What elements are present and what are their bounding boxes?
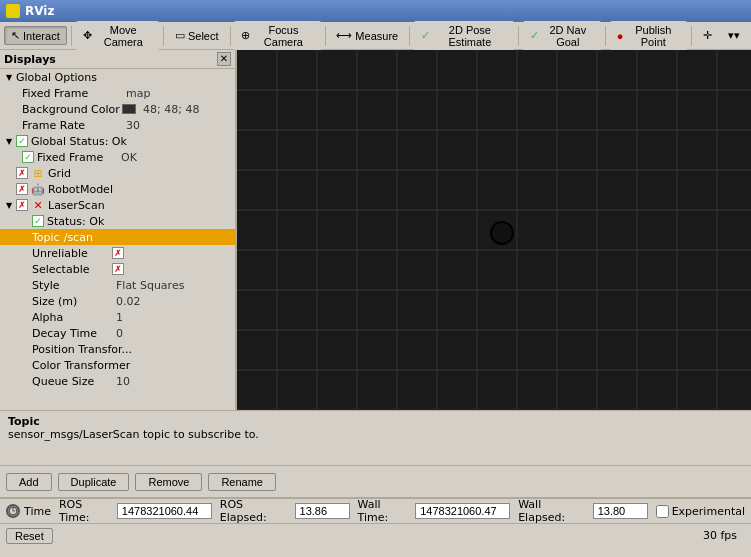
interact-button[interactable]: ↖ Interact xyxy=(4,26,67,45)
ros-time-section: ROS Time: xyxy=(59,498,212,524)
move-icon: ✥ xyxy=(83,29,92,42)
global-options-row[interactable]: ▼ Global Options xyxy=(0,69,235,85)
more-button[interactable]: ▾▾ xyxy=(721,26,747,45)
experimental-section: Experimental xyxy=(656,505,745,518)
laser-scan-icon: ✕ xyxy=(31,198,45,212)
fps-display: 30 fps xyxy=(703,529,737,542)
unreliable-checkbox[interactable]: ✗ xyxy=(112,247,124,259)
robot-model-row[interactable]: ▶ ✗ 🤖 RobotModel xyxy=(0,181,235,197)
nav-icon: ✓ xyxy=(530,29,539,42)
bottom-info-title: Topic xyxy=(8,415,743,428)
grid-checkbox[interactable]: ✗ xyxy=(16,167,28,179)
reset-button[interactable]: Reset xyxy=(6,528,53,544)
toolbar-separator-4 xyxy=(325,26,326,46)
status-bar: Time ROS Time: ROS Elapsed: Wall Time: W… xyxy=(0,497,751,523)
size-row[interactable]: Size (m) 0.02 xyxy=(0,293,235,309)
grid-row[interactable]: ▶ ✗ ⊞ Grid xyxy=(0,165,235,181)
select-button[interactable]: ▭ Select xyxy=(168,26,226,45)
fixed-frame-status-checkbox: ✓ xyxy=(22,151,34,163)
action-buttons-row: Add Duplicate Remove Rename xyxy=(0,465,751,497)
laser-scan-row[interactable]: ▼ ✗ ✕ LaserScan xyxy=(0,197,235,213)
toolbar-separator-7 xyxy=(605,26,606,46)
laser-scan-checkbox[interactable]: ✗ xyxy=(16,199,28,211)
toolbar-separator-3 xyxy=(230,26,231,46)
fixed-frame-status-row[interactable]: ✓ Fixed Frame OK xyxy=(0,149,235,165)
time-section: Time xyxy=(6,504,51,518)
displays-title: Displays xyxy=(4,53,56,66)
publish-point-button[interactable]: ● Publish Point xyxy=(610,21,687,51)
bottom-info-panel: Topic sensor_msgs/LaserScan topic to sub… xyxy=(0,410,751,465)
toolbar: ↖ Interact ✥ Move Camera ▭ Select ⊕ Focu… xyxy=(0,22,751,50)
title-bar: RViz xyxy=(0,0,751,22)
pose-icon: ✓ xyxy=(421,29,430,42)
style-row[interactable]: Style Flat Squares xyxy=(0,277,235,293)
background-color-swatch[interactable] xyxy=(122,104,136,114)
robot-model-checkbox[interactable]: ✗ xyxy=(16,183,28,195)
robot-position xyxy=(491,222,513,244)
frame-rate-row[interactable]: Frame Rate 30 xyxy=(0,117,235,133)
ros-time-input[interactable] xyxy=(117,503,212,519)
rename-button[interactable]: Rename xyxy=(208,473,276,491)
selectable-row[interactable]: Selectable ✗ xyxy=(0,261,235,277)
toolbar-separator-6 xyxy=(518,26,519,46)
displays-tree[interactable]: ▼ Global Options Fixed Frame map Backgro… xyxy=(0,69,235,410)
robot-model-icon: 🤖 xyxy=(31,182,45,196)
wall-elapsed-input[interactable] xyxy=(593,503,648,519)
experimental-label: Experimental xyxy=(672,505,745,518)
3d-viewport[interactable] xyxy=(237,50,751,410)
main-layout: Displays ✕ ▼ Global Options Fixed Frame … xyxy=(0,50,751,410)
wall-time-input[interactable] xyxy=(415,503,510,519)
plus-icon: ✛ xyxy=(703,29,712,42)
time-label: Time xyxy=(24,505,51,518)
app-icon xyxy=(6,4,20,18)
laser-status-row[interactable]: ✓ Status: Ok xyxy=(0,213,235,229)
unreliable-row[interactable]: Unreliable ✗ xyxy=(0,245,235,261)
footer: Reset 30 fps xyxy=(0,523,751,547)
nav-goal-button[interactable]: ✓ 2D Nav Goal xyxy=(523,21,601,51)
move-camera-button[interactable]: ✥ Move Camera xyxy=(76,21,160,51)
global-status-checkbox[interactable]: ✓ xyxy=(16,135,28,147)
ros-time-label: ROS Time: xyxy=(59,498,113,524)
point-icon: ● xyxy=(617,30,624,42)
laser-status-checkbox: ✓ xyxy=(32,215,44,227)
ros-elapsed-label: ROS Elapsed: xyxy=(220,498,291,524)
global-options-arrow: ▼ xyxy=(4,72,14,82)
wall-time-section: Wall Time: xyxy=(358,498,511,524)
grid-svg xyxy=(237,50,751,410)
grid-icon: ⊞ xyxy=(31,166,45,180)
focus-camera-button[interactable]: ⊕ Focus Camera xyxy=(234,21,320,51)
displays-panel-header: Displays ✕ xyxy=(0,50,235,69)
select-icon: ▭ xyxy=(175,29,185,42)
toolbar-separator-5 xyxy=(409,26,410,46)
toolbar-separator-2 xyxy=(163,26,164,46)
position-transformer-row[interactable]: Position Transfor... xyxy=(0,341,235,357)
fixed-frame-row[interactable]: Fixed Frame map xyxy=(0,85,235,101)
measure-button[interactable]: ⟷ Measure xyxy=(329,26,405,45)
ros-elapsed-input[interactable] xyxy=(295,503,350,519)
duplicate-button[interactable]: Duplicate xyxy=(58,473,130,491)
experimental-checkbox[interactable] xyxy=(656,505,669,518)
wall-elapsed-label: Wall Elapsed: xyxy=(518,498,588,524)
plus-button[interactable]: ✛ xyxy=(696,26,719,45)
wall-elapsed-section: Wall Elapsed: xyxy=(518,498,647,524)
global-status-arrow: ▼ xyxy=(4,136,14,146)
window-title: RViz xyxy=(25,4,54,18)
more-icon: ▾▾ xyxy=(728,29,740,42)
topic-row[interactable]: Topic /scan xyxy=(0,229,235,245)
decay-time-row[interactable]: Decay Time 0 xyxy=(0,325,235,341)
measure-icon: ⟷ xyxy=(336,29,352,42)
remove-button[interactable]: Remove xyxy=(135,473,202,491)
bottom-info-description: sensor_msgs/LaserScan topic to subscribe… xyxy=(8,428,743,441)
color-transformer-row[interactable]: Color Transformer xyxy=(0,357,235,373)
background-color-row[interactable]: Background Color 48; 48; 48 xyxy=(0,101,235,117)
global-status-row[interactable]: ▼ ✓ Global Status: Ok xyxy=(0,133,235,149)
pose-estimate-button[interactable]: ✓ 2D Pose Estimate xyxy=(414,21,514,51)
toolbar-separator-1 xyxy=(71,26,72,46)
selectable-checkbox[interactable]: ✗ xyxy=(112,263,124,275)
cursor-icon: ↖ xyxy=(11,29,20,42)
add-button[interactable]: Add xyxy=(6,473,52,491)
displays-panel: Displays ✕ ▼ Global Options Fixed Frame … xyxy=(0,50,237,410)
alpha-row[interactable]: Alpha 1 xyxy=(0,309,235,325)
displays-close-button[interactable]: ✕ xyxy=(217,52,231,66)
queue-size-row[interactable]: Queue Size 10 xyxy=(0,373,235,389)
